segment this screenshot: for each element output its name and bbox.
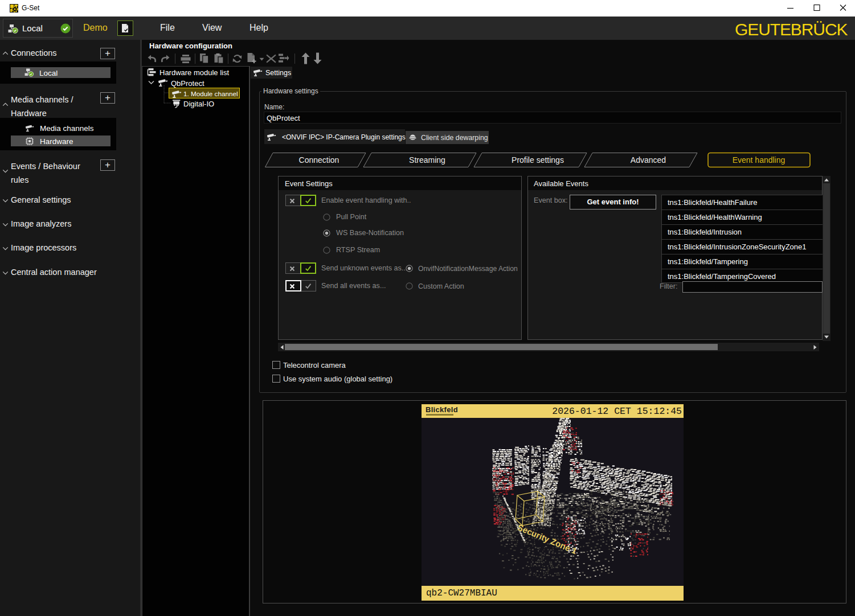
svg-text:Streaming: Streaming bbox=[409, 155, 445, 165]
svg-text:Connection: Connection bbox=[299, 155, 339, 165]
svg-text:Profile settings: Profile settings bbox=[512, 155, 564, 165]
svg-text:Advanced: Advanced bbox=[631, 155, 666, 165]
svg-text:Event handling: Event handling bbox=[733, 155, 786, 165]
